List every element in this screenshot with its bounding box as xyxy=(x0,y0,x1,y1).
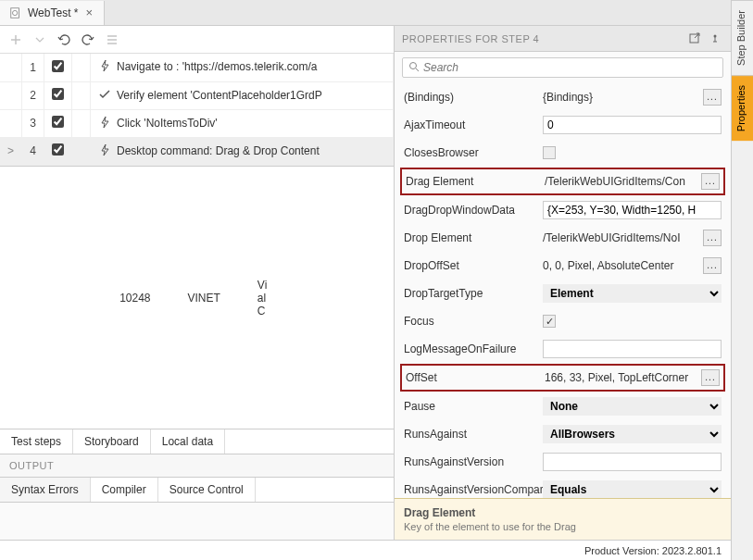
prop-row-runsagainst: RunsAgainstAllBrowsers xyxy=(395,420,731,448)
prop-select[interactable]: Element xyxy=(543,284,722,303)
prop-input[interactable] xyxy=(543,340,722,358)
bolt-icon xyxy=(98,116,111,131)
help-desc: Key of the element to use for the Drag xyxy=(404,521,722,532)
document-tab[interactable]: WebTest * × xyxy=(0,1,105,25)
toolbar xyxy=(0,26,394,54)
add-icon[interactable] xyxy=(7,31,24,48)
step-enabled-checkbox xyxy=(52,116,64,128)
output-tab-source-control[interactable]: Source Control xyxy=(158,478,256,502)
bolt-icon xyxy=(98,143,111,159)
popout-icon[interactable] xyxy=(688,31,703,46)
prop-label: DropTargetType xyxy=(404,287,543,300)
prop-label: Drop Element xyxy=(404,231,543,244)
prop-label: (Bindings) xyxy=(404,91,543,104)
prop-input[interactable] xyxy=(543,453,722,471)
step-description: Click 'NoItemsToDiv' xyxy=(91,109,394,137)
prop-label: Pause xyxy=(404,400,543,413)
prop-checkbox[interactable] xyxy=(543,315,556,328)
prop-label: AjaxTimeout xyxy=(404,118,543,131)
prop-checkbox[interactable] xyxy=(543,146,556,159)
ellipsis-button[interactable]: ... xyxy=(703,257,722,274)
side-tab-step-builder[interactable]: Step Builder xyxy=(732,0,753,75)
step-enabled-checkbox xyxy=(52,88,64,100)
bolt-icon xyxy=(98,59,111,75)
preview-cell-truncated: Vi al C xyxy=(257,279,274,317)
output-tab-compiler[interactable]: Compiler xyxy=(91,478,158,502)
prop-input[interactable] xyxy=(543,201,722,219)
prop-value: /TelerikWebUIGridItems/NoI xyxy=(543,231,699,244)
prop-row-dropelement: Drop Element/TelerikWebUIGridItems/NoI..… xyxy=(395,224,731,252)
undo-icon[interactable] xyxy=(56,31,72,48)
redo-icon[interactable] xyxy=(80,31,96,48)
prop-value: /TelerikWebUIGridItems/Con xyxy=(545,175,697,188)
output-body xyxy=(0,503,394,540)
tab-title: WebTest * xyxy=(28,6,78,19)
prop-row-bindings: (Bindings){Bindings}... xyxy=(395,83,731,111)
ellipsis-button[interactable]: ... xyxy=(703,89,722,106)
help-title: Drag Element xyxy=(404,506,722,519)
sub-tab-test-steps[interactable]: Test steps xyxy=(0,429,73,454)
steps-table: 1Navigate to : 'https://demos.telerik.co… xyxy=(0,54,394,166)
prop-select[interactable]: None xyxy=(543,397,722,416)
prop-row-offset: OffSet166, 33, Pixel, TopLeftCorner... xyxy=(400,364,725,392)
search-input[interactable] xyxy=(402,57,723,78)
preview-area: 10248 VINET Vi al C xyxy=(0,167,394,429)
step-row[interactable]: 1Navigate to : 'https://demos.telerik.co… xyxy=(0,54,394,81)
preview-cell: 10248 xyxy=(119,292,150,305)
prop-select[interactable]: Equals xyxy=(543,480,722,498)
ellipsis-button[interactable]: ... xyxy=(701,173,720,190)
prop-label: LogMessageOnFailure xyxy=(404,342,543,355)
pin-icon[interactable] xyxy=(709,31,723,46)
step-row[interactable]: 2Verify element 'ContentPlaceholder1GrdP xyxy=(0,81,394,109)
prop-row-runsagainstversion: RunsAgainstVersion xyxy=(395,448,731,476)
prop-input[interactable] xyxy=(543,116,722,134)
prop-row-dragelement: Drag Element/TelerikWebUIGridItems/Con..… xyxy=(400,168,725,195)
document-icon xyxy=(9,6,22,19)
prop-row-dropoffset: DropOffSet0, 0, Pixel, AbsoluteCenter... xyxy=(395,252,731,280)
prop-value: 0, 0, Pixel, AbsoluteCenter xyxy=(543,259,699,272)
prop-row-closesbrowser: ClosesBrowser xyxy=(395,139,731,167)
prop-select[interactable]: AllBrowsers xyxy=(543,425,722,443)
step-description: Desktop command: Drag & Drop Content xyxy=(91,137,394,165)
prop-label: Drag Element xyxy=(406,175,545,188)
dropdown-icon[interactable] xyxy=(31,31,48,48)
prop-value: 166, 33, Pixel, TopLeftCorner xyxy=(545,371,697,384)
prop-value: {Bindings} xyxy=(543,91,699,104)
property-help: Drag Element Key of the element to use f… xyxy=(395,498,731,540)
step-row[interactable]: 3Click 'NoItemsToDiv' xyxy=(0,109,394,137)
prop-row-runsagainstversioncompare: RunsAgainstVersionCompareEquals xyxy=(395,476,731,498)
prop-label: DropOffSet xyxy=(404,259,543,272)
sub-tab-local-data[interactable]: Local data xyxy=(151,429,225,454)
close-icon[interactable]: × xyxy=(83,6,94,19)
prop-row-focus: Focus xyxy=(395,307,731,335)
ellipsis-button[interactable]: ... xyxy=(701,369,720,386)
step-number: 3 xyxy=(22,109,44,137)
right-tabs: Step BuilderProperties xyxy=(731,0,753,560)
prop-row-dragdropwindowdata: DragDropWindowData xyxy=(395,196,731,224)
output-tab-syntax-errors[interactable]: Syntax Errors xyxy=(0,478,91,502)
sub-tab-storyboard[interactable]: Storyboard xyxy=(73,429,151,454)
prop-row-logmessageonfailure: LogMessageOnFailure xyxy=(395,335,731,363)
list-icon[interactable] xyxy=(104,31,120,48)
prop-label: Focus xyxy=(404,315,543,328)
prop-row-ajaxtimeout: AjaxTimeout xyxy=(395,111,731,139)
prop-label: OffSet xyxy=(406,371,545,384)
prop-label: RunsAgainst xyxy=(404,428,543,441)
props-title: PROPERTIES FOR STEP 4 xyxy=(402,33,539,44)
step-enabled-checkbox xyxy=(52,60,64,72)
search-icon xyxy=(408,61,420,75)
output-tabs: Syntax ErrorsCompilerSource Control xyxy=(0,478,394,503)
status-version: Product Version: 2023.2.801.1 xyxy=(584,545,722,556)
step-row[interactable]: >4Desktop command: Drag & Drop Content xyxy=(0,137,394,165)
svg-point-4 xyxy=(410,62,417,68)
ellipsis-button[interactable]: ... xyxy=(703,230,722,246)
step-description: Navigate to : 'https://demos.telerik.com… xyxy=(91,54,394,81)
prop-label: ClosesBrowser xyxy=(404,146,543,159)
step-description: Verify element 'ContentPlaceholder1GrdP xyxy=(91,81,394,109)
prop-row-droptargettype: DropTargetTypeElement xyxy=(395,280,731,307)
prop-label: DragDropWindowData xyxy=(404,204,543,217)
prop-label: RunsAgainstVersionCompare xyxy=(404,483,543,496)
side-tab-properties[interactable]: Properties xyxy=(732,75,753,141)
prop-row-pause: PauseNone xyxy=(395,392,731,420)
output-header: OUTPUT xyxy=(0,454,394,478)
